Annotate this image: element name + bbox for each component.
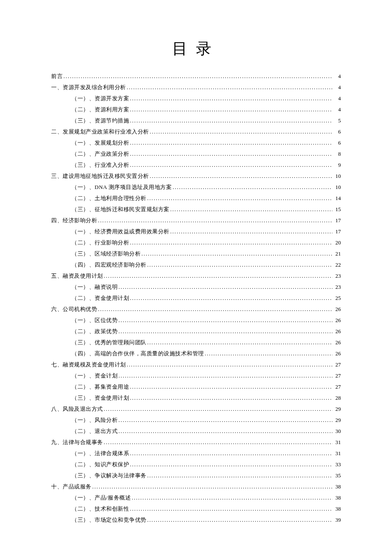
toc-dots-leader bbox=[92, 482, 333, 491]
toc-entry-page: 17 bbox=[333, 227, 341, 236]
toc-dots-leader bbox=[147, 261, 333, 269]
toc-entry-page: 31 bbox=[333, 449, 341, 458]
toc-dots-leader bbox=[205, 349, 333, 358]
toc-entry: （三）、市场定位和竞争优势39 bbox=[72, 516, 341, 524]
toc-entry-label: （三）、资源节约措施 bbox=[72, 116, 129, 125]
toc-entry: （一）、DNA 测序项目选址及用地方案10 bbox=[72, 183, 341, 192]
toc-dots-leader bbox=[118, 372, 332, 380]
toc-dots-leader bbox=[147, 516, 333, 524]
toc-entry-page: 35 bbox=[333, 471, 341, 480]
toc-entry-page: 6 bbox=[333, 128, 341, 136]
toc-entry-label: （三）、优秀的管理顾问团队 bbox=[72, 338, 147, 347]
toc-dots-leader bbox=[170, 205, 333, 214]
toc-entry-page: 5 bbox=[333, 116, 341, 125]
toc-entry-label: （一）、风险分析 bbox=[72, 416, 118, 424]
toc-entry-label: （三）、区域经济影响分析 bbox=[72, 250, 141, 258]
toc-entry-label: （三）、资金使用计划 bbox=[72, 394, 129, 402]
toc-entry-page: 8 bbox=[333, 150, 341, 158]
toc-entry: （二）、知识产权保护33 bbox=[72, 460, 341, 469]
toc-entry: （三）、行业准入分析9 bbox=[72, 161, 341, 169]
toc-entry: （一）、法律合规体系31 bbox=[72, 449, 341, 458]
toc-entry: 八、风险及退出方式29 bbox=[51, 405, 341, 413]
toc-entry: （二）、资金使用计划25 bbox=[72, 294, 341, 302]
toc-entry-label: （二）、技术和创新性 bbox=[72, 505, 129, 513]
toc-entry: 一、资源开发及综合利用分析4 bbox=[51, 83, 341, 92]
toc-dots-leader bbox=[127, 360, 333, 369]
toc-entry: （二）、产业政策分析8 bbox=[72, 150, 341, 158]
toc-entry-label: （二）、退出方式 bbox=[72, 427, 118, 436]
toc-entry: （二）、募集资金用途27 bbox=[72, 383, 341, 391]
toc-dots-leader bbox=[130, 460, 332, 469]
toc-entry: 前言4 bbox=[51, 72, 341, 81]
toc-entry-page: 38 bbox=[333, 482, 341, 491]
toc-entry-label: （二）、行业影响分析 bbox=[72, 238, 129, 247]
toc-dots-leader bbox=[118, 416, 332, 424]
toc-dots-leader bbox=[130, 383, 332, 391]
toc-entry: （一）、资金计划27 bbox=[72, 372, 341, 380]
toc-entry-label: 七、融资规模及资金使用计划 bbox=[51, 360, 126, 369]
page-title: 目录 bbox=[51, 38, 341, 59]
toc-entry: （四）、高端的合作伙伴，高质量的设施技术和管理26 bbox=[72, 349, 341, 358]
toc-entry-page: 23 bbox=[333, 272, 341, 280]
toc-entry: 七、融资规模及资金使用计划27 bbox=[51, 360, 341, 369]
toc-entry-page: 4 bbox=[333, 83, 341, 92]
toc-entry-page: 14 bbox=[333, 194, 341, 203]
toc-entry-page: 6 bbox=[333, 139, 341, 147]
toc-entry-label: （三）、市场定位和竞争优势 bbox=[72, 516, 147, 524]
toc-entry-label: （四）、四宏观经济影响分析 bbox=[72, 261, 147, 269]
toc-entry-page: 38 bbox=[333, 494, 341, 502]
toc-dots-leader bbox=[118, 316, 332, 325]
toc-entry-label: （二）、政策优势 bbox=[72, 327, 118, 336]
toc-entry-label: 八、风险及退出方式 bbox=[51, 405, 103, 413]
toc-entry: （二）、土地利用合理性分析14 bbox=[72, 194, 341, 203]
toc-entry-page: 26 bbox=[333, 316, 341, 325]
toc-dots-leader bbox=[130, 150, 332, 158]
toc-entry-label: 九、法律与合规事务 bbox=[51, 438, 103, 447]
toc-entry-label: （一）、资金计划 bbox=[72, 372, 118, 380]
toc-entry-label: 十、产品或服务 bbox=[51, 482, 92, 491]
toc-entry: 九、法律与合规事务31 bbox=[51, 438, 341, 447]
toc-dots-leader bbox=[130, 394, 332, 402]
toc-entry-label: （二）、资金使用计划 bbox=[72, 294, 129, 302]
toc-entry-page: 38 bbox=[333, 505, 341, 513]
toc-entry: （二）、政策优势26 bbox=[72, 327, 341, 336]
toc-list: 前言4一、资源开发及综合利用分析4（一）、资源开发方案4（二）、资源利用方案4（… bbox=[51, 72, 341, 524]
toc-dots-leader bbox=[63, 72, 332, 81]
toc-entry-page: 25 bbox=[333, 294, 341, 302]
toc-entry-label: （二）、土地利用合理性分析 bbox=[72, 194, 147, 203]
toc-entry-page: 26 bbox=[333, 327, 341, 336]
toc-entry-label: 四、经济影响分析 bbox=[51, 216, 97, 225]
toc-entry-page: 27 bbox=[333, 372, 341, 380]
toc-entry-page: 4 bbox=[333, 105, 341, 114]
toc-entry-page: 22 bbox=[333, 261, 341, 269]
toc-dots-leader bbox=[141, 250, 332, 258]
toc-entry: （四）、四宏观经济影响分析22 bbox=[72, 261, 341, 269]
toc-entry: 五、融资及使用计划23 bbox=[51, 272, 341, 280]
toc-entry-page: 26 bbox=[333, 305, 341, 314]
toc-entry-label: 一、资源开发及综合利用分析 bbox=[51, 83, 126, 92]
toc-entry-label: （二）、募集资金用途 bbox=[72, 383, 129, 391]
toc-entry-page: 9 bbox=[333, 161, 341, 169]
toc-entry-label: （一）、发展规划分析 bbox=[72, 139, 129, 147]
toc-entry-page: 26 bbox=[333, 349, 341, 358]
toc-entry-page: 26 bbox=[333, 338, 341, 347]
toc-entry-page: 28 bbox=[333, 394, 341, 402]
toc-entry: 六、公司机构优势26 bbox=[51, 305, 341, 314]
toc-entry: （一）、融资说明23 bbox=[72, 283, 341, 291]
toc-entry: （二）、技术和创新性38 bbox=[72, 505, 341, 513]
toc-entry: （二）、退出方式30 bbox=[72, 427, 341, 436]
toc-entry: （三）、资源节约措施5 bbox=[72, 116, 341, 125]
toc-entry-label: （一）、产品/服务概述 bbox=[72, 494, 131, 502]
toc-entry-label: 三、建设用地征地拆迁及移民安置分析 bbox=[51, 172, 149, 180]
toc-dots-leader bbox=[130, 105, 332, 114]
toc-dots-leader bbox=[104, 272, 333, 280]
toc-entry-label: 二、发展规划产业政策和行业准入分析 bbox=[51, 128, 149, 136]
toc-entry: （一）、经济费用效益或费用效果分析17 bbox=[72, 227, 341, 236]
toc-entry: （一）、发展规划分析6 bbox=[72, 139, 341, 147]
toc-entry-label: （一）、法律合规体系 bbox=[72, 449, 129, 458]
toc-entry-page: 27 bbox=[333, 383, 341, 391]
toc-entry-label: 五、融资及使用计划 bbox=[51, 272, 103, 280]
toc-entry-page: 27 bbox=[333, 360, 341, 369]
toc-entry-page: 4 bbox=[333, 94, 341, 103]
toc-entry-label: （一）、经济费用效益或费用效果分析 bbox=[72, 227, 170, 236]
